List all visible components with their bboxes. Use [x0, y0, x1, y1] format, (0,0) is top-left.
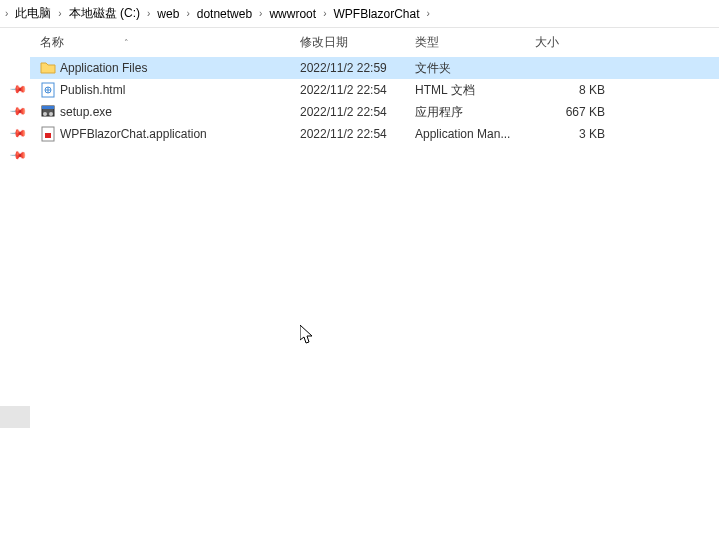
content-area: 📌 📌 📌 📌 名称 ˄ 修改日期 类型 大小 Application File… — [0, 28, 719, 558]
file-name: setup.exe — [60, 105, 112, 119]
column-headers: 名称 ˄ 修改日期 类型 大小 — [30, 28, 719, 57]
chevron-right-icon: › — [144, 8, 153, 19]
file-date: 2022/11/2 22:54 — [300, 105, 415, 119]
chevron-right-icon: › — [256, 8, 265, 19]
svg-point-5 — [49, 112, 53, 116]
crumb-wwwroot[interactable]: wwwroot — [265, 5, 320, 23]
table-row[interactable]: setup.exe2022/11/2 22:54应用程序667 KB — [30, 101, 719, 123]
table-row[interactable]: WPFBlazorChat.application2022/11/2 22:54… — [30, 123, 719, 145]
file-type: 文件夹 — [415, 60, 535, 77]
file-name: Publish.html — [60, 83, 125, 97]
file-type: Application Man... — [415, 127, 535, 141]
html-icon — [40, 82, 56, 98]
svg-rect-7 — [45, 133, 51, 138]
chevron-right-icon: › — [320, 8, 329, 19]
header-date[interactable]: 修改日期 — [300, 34, 415, 51]
file-size: 8 KB — [535, 83, 605, 97]
file-date: 2022/11/2 22:54 — [300, 127, 415, 141]
header-name[interactable]: 名称 ˄ — [40, 34, 300, 51]
file-rows: Application Files2022/11/2 22:59文件夹Publi… — [30, 57, 719, 145]
file-date: 2022/11/2 22:59 — [300, 61, 415, 75]
file-name: Application Files — [60, 61, 147, 75]
file-type: HTML 文档 — [415, 82, 535, 99]
svg-point-4 — [43, 112, 47, 116]
crumb-thispc[interactable]: 此电脑 — [11, 3, 55, 24]
file-list-panel: 名称 ˄ 修改日期 类型 大小 Application Files2022/11… — [30, 28, 719, 558]
header-size[interactable]: 大小 — [535, 34, 605, 51]
file-date: 2022/11/2 22:54 — [300, 83, 415, 97]
chevron-right-icon: › — [424, 8, 433, 19]
breadcrumb[interactable]: › 此电脑 › 本地磁盘 (C:) › web › dotnetweb › ww… — [0, 0, 719, 28]
folder-icon — [40, 60, 56, 76]
table-row[interactable]: Publish.html2022/11/2 22:54HTML 文档8 KB — [30, 79, 719, 101]
header-type[interactable]: 类型 — [415, 34, 535, 51]
svg-rect-3 — [42, 106, 54, 109]
app-icon — [40, 126, 56, 142]
file-size: 3 KB — [535, 127, 605, 141]
table-row[interactable]: Application Files2022/11/2 22:59文件夹 — [30, 57, 719, 79]
pin-selected[interactable] — [0, 406, 30, 428]
crumb-drive[interactable]: 本地磁盘 (C:) — [65, 3, 144, 24]
file-size: 667 KB — [535, 105, 605, 119]
exe-icon — [40, 104, 56, 120]
crumb-web[interactable]: web — [153, 5, 183, 23]
quick-access-strip: 📌 📌 📌 📌 — [0, 28, 30, 558]
chevron-right-icon: › — [2, 8, 11, 19]
sort-indicator-icon: ˄ — [124, 38, 129, 48]
chevron-right-icon: › — [55, 8, 64, 19]
chevron-right-icon: › — [183, 8, 192, 19]
crumb-dotnetweb[interactable]: dotnetweb — [193, 5, 256, 23]
crumb-wpfblazorchat[interactable]: WPFBlazorChat — [329, 5, 423, 23]
file-name: WPFBlazorChat.application — [60, 127, 207, 141]
header-name-label: 名称 — [40, 34, 64, 51]
file-type: 应用程序 — [415, 104, 535, 121]
